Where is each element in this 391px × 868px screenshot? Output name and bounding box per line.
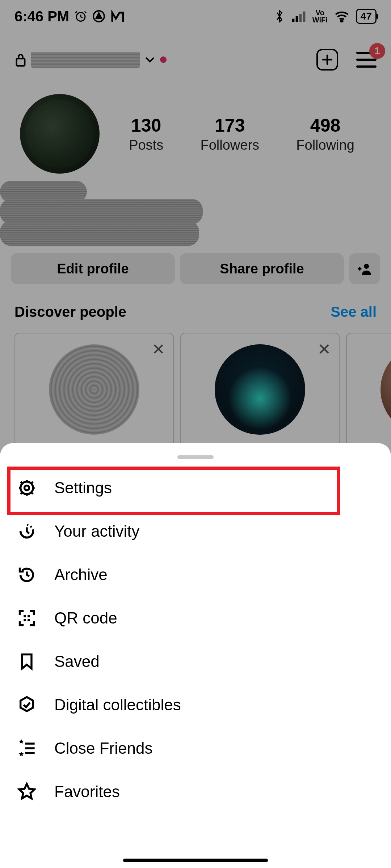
stat-posts[interactable]: 130 Posts xyxy=(129,115,163,153)
profile-header: 1 xyxy=(0,40,391,80)
menu-label: Digital collectibles xyxy=(54,696,181,714)
close-icon[interactable]: ✕ xyxy=(152,340,165,358)
svg-rect-14 xyxy=(24,619,26,621)
avatar[interactable] xyxy=(20,94,100,174)
suggestion-avatar xyxy=(215,344,305,435)
menu-qr-code[interactable]: QR code xyxy=(0,596,391,640)
svg-rect-5 xyxy=(303,12,305,22)
followers-label: Followers xyxy=(200,137,259,153)
header-actions: 1 xyxy=(316,49,377,71)
menu-label: Archive xyxy=(54,566,108,584)
username-switcher[interactable] xyxy=(14,52,316,68)
menu-digital-collectibles[interactable]: Digital collectibles xyxy=(0,683,391,727)
status-right: Vo WiFi 47 xyxy=(274,9,377,24)
svg-rect-3 xyxy=(295,16,298,22)
menu-button[interactable]: 1 xyxy=(356,52,377,68)
notification-dot xyxy=(160,56,167,63)
wifi-text: WiFi xyxy=(312,16,328,24)
bottom-sheet: Settings Your activity Archive QR code xyxy=(0,443,391,868)
triangle-icon xyxy=(92,10,105,23)
status-left: 6:46 PM xyxy=(14,8,125,25)
create-button[interactable] xyxy=(316,49,338,71)
following-label: Following xyxy=(296,137,354,153)
posts-label: Posts xyxy=(129,137,163,153)
star-icon xyxy=(17,782,37,802)
svg-point-9 xyxy=(21,482,33,494)
menu-label: Saved xyxy=(54,652,100,671)
battery-value: 47 xyxy=(361,10,372,22)
vowifi-label: Vo WiFi xyxy=(312,9,328,24)
menu-settings[interactable]: Settings xyxy=(0,466,391,510)
share-profile-button[interactable]: Share profile xyxy=(180,253,344,284)
sheet-grabber[interactable] xyxy=(177,455,214,459)
menu-badge: 1 xyxy=(369,43,385,59)
svg-rect-4 xyxy=(299,14,302,22)
m-icon xyxy=(110,10,125,22)
suggestion-avatar xyxy=(49,344,139,435)
wifi-icon xyxy=(334,10,349,22)
menu-label: QR code xyxy=(54,609,117,627)
svg-rect-12 xyxy=(24,615,26,617)
bookmark-icon xyxy=(17,651,37,672)
bluetooth-icon xyxy=(274,9,285,24)
menu-archive[interactable]: Archive xyxy=(0,553,391,596)
svg-point-10 xyxy=(25,486,29,490)
archive-icon xyxy=(17,565,37,585)
stats: 130 Posts 173 Followers 498 Following xyxy=(110,115,373,153)
bio-redacted xyxy=(0,221,199,246)
svg-point-6 xyxy=(341,20,342,22)
hexagon-check-icon xyxy=(17,695,37,715)
battery-indicator: 47 xyxy=(356,9,377,24)
menu-favorites[interactable]: Favorites xyxy=(0,770,391,813)
menu-saved[interactable]: Saved xyxy=(0,640,391,683)
profile-action-row: Edit profile Share profile xyxy=(11,253,380,284)
posts-count: 130 xyxy=(129,115,163,136)
see-all-link[interactable]: See all xyxy=(331,304,377,320)
screen: 6:46 PM Vo WiFi xyxy=(0,0,391,868)
star-list-icon xyxy=(17,738,37,758)
status-time: 6:46 PM xyxy=(14,8,69,25)
home-indicator[interactable] xyxy=(123,859,268,862)
vo-text: Vo xyxy=(312,9,328,16)
suggestion-avatar xyxy=(381,344,391,435)
username-redacted xyxy=(31,52,140,68)
status-bar: 6:46 PM Vo WiFi xyxy=(0,0,391,33)
discover-header: Discover people See all xyxy=(14,304,377,320)
gear-icon xyxy=(17,478,37,498)
svg-rect-13 xyxy=(28,615,30,617)
menu-list: Settings Your activity Archive QR code xyxy=(0,466,391,813)
edit-profile-button[interactable]: Edit profile xyxy=(11,253,175,284)
menu-label: Close Friends xyxy=(54,739,152,757)
menu-label: Settings xyxy=(54,479,112,497)
close-icon[interactable]: ✕ xyxy=(318,340,331,358)
menu-close-friends[interactable]: Close Friends xyxy=(0,727,391,770)
profile-row: 130 Posts 173 Followers 498 Following xyxy=(0,94,391,174)
qr-icon xyxy=(17,608,37,628)
svg-rect-2 xyxy=(292,19,294,22)
lock-icon xyxy=(14,52,27,67)
signal-icon xyxy=(291,10,306,22)
svg-point-8 xyxy=(364,264,369,269)
bio-area xyxy=(0,181,210,250)
chevron-down-icon xyxy=(144,55,156,64)
menu-label: Your activity xyxy=(54,522,140,540)
discover-people-button[interactable] xyxy=(349,253,380,284)
activity-icon xyxy=(17,521,37,541)
followers-count: 173 xyxy=(200,115,259,136)
following-count: 498 xyxy=(296,115,354,136)
svg-rect-15 xyxy=(28,619,30,621)
stat-following[interactable]: 498 Following xyxy=(296,115,354,153)
discover-title: Discover people xyxy=(14,304,126,320)
stat-followers[interactable]: 173 Followers xyxy=(200,115,259,153)
svg-rect-7 xyxy=(17,59,25,66)
alarm-icon xyxy=(74,10,87,23)
menu-your-activity[interactable]: Your activity xyxy=(0,510,391,553)
menu-label: Favorites xyxy=(54,783,120,801)
